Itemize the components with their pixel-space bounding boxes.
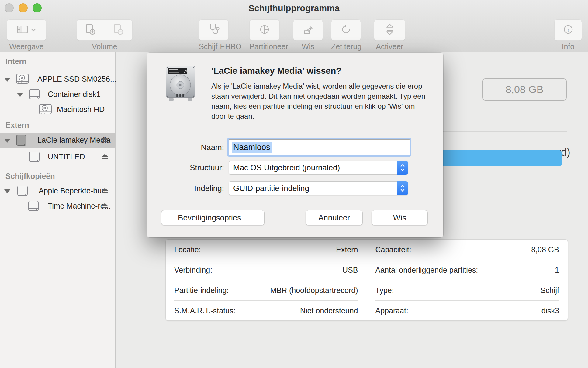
eject-icon[interactable] bbox=[102, 203, 108, 210]
name-field-label: Naam: bbox=[159, 143, 224, 152]
restore-arrow-icon bbox=[341, 25, 351, 36]
disk-info-panel: Locatie: Extern Verbinding: USB Partitie… bbox=[165, 239, 568, 321]
capacity-badge: 8,08 GB bbox=[482, 78, 567, 101]
volume-icon bbox=[28, 89, 40, 101]
scheme-field-row: Indeling: GUID-partitie-indeling bbox=[159, 181, 408, 195]
divider bbox=[443, 131, 567, 132]
info-label: Apparaat: bbox=[375, 306, 408, 315]
sidebar-section-external: Extern bbox=[5, 121, 29, 130]
info-label: Partitie-indeling: bbox=[174, 286, 229, 295]
dialog-title: 'LaCie iamakey Media' wissen? bbox=[211, 66, 341, 76]
scheme-field-label: Indeling: bbox=[159, 184, 224, 193]
restore-button[interactable] bbox=[331, 19, 361, 41]
partition-button[interactable] bbox=[249, 19, 280, 41]
disk-utility-window: Schijfhulpprogramma Weergave bbox=[0, 0, 588, 368]
disclosure-triangle-icon[interactable] bbox=[4, 139, 10, 143]
sidebar-item-apple-beperkte[interactable]: Apple Beperkte-bun... bbox=[0, 184, 115, 199]
erase-label: Wis bbox=[293, 42, 323, 51]
sidebar: Intern APPLE SSD SM0256... Container dis… bbox=[0, 52, 116, 368]
chevron-down-icon bbox=[31, 27, 36, 33]
erase-dialog: 'LaCie iamakey Media' wissen? Als je 'La… bbox=[147, 53, 443, 237]
popup-stepper-icon bbox=[397, 161, 408, 175]
info-row-device: Apparaat: disk3 bbox=[375, 301, 559, 321]
format-selected-value: Mac OS Uitgebreid (journaled) bbox=[233, 163, 340, 172]
info-icon: i bbox=[563, 25, 573, 36]
first-aid-button[interactable] bbox=[199, 19, 229, 41]
sidebar-section-internal: Intern bbox=[5, 57, 26, 66]
info-value: Extern bbox=[336, 245, 358, 254]
add-volume-button[interactable] bbox=[77, 20, 105, 40]
info-value: USB bbox=[342, 266, 358, 274]
eject-icon[interactable] bbox=[102, 188, 108, 194]
external-disk-icon bbox=[15, 135, 27, 148]
divider bbox=[443, 216, 568, 216]
restore-label: Zet terug bbox=[331, 42, 361, 51]
remove-volume-icon bbox=[113, 24, 124, 36]
partition-icon bbox=[260, 25, 269, 36]
sidebar-item-macintosh-hd[interactable]: Macintosh HD bbox=[0, 102, 115, 118]
mount-button[interactable] bbox=[374, 19, 405, 41]
popup-stepper-icon bbox=[397, 181, 408, 195]
name-field-row: Naam: Naamloos bbox=[159, 139, 410, 155]
sidebar-item-untitled[interactable]: UNTITLED bbox=[0, 150, 115, 165]
sidebar-view-icon bbox=[17, 26, 28, 35]
view-label: Weergave bbox=[7, 42, 46, 51]
info-label: Info bbox=[554, 42, 582, 51]
info-value: Schijf bbox=[541, 286, 559, 295]
info-label: Locatie: bbox=[174, 245, 201, 254]
sidebar-item-label: Macintosh HD bbox=[57, 105, 105, 114]
format-field-row: Structuur: Mac OS Uitgebreid (journaled) bbox=[159, 161, 408, 175]
mount-icon bbox=[386, 24, 394, 36]
sidebar-item-label: LaCie iamakey Media bbox=[37, 136, 110, 145]
info-value: Niet ondersteund bbox=[300, 306, 358, 315]
info-row-partition-map: Partitie-indeling: MBR (hoofdopstartreco… bbox=[174, 280, 358, 301]
sidebar-section-disk-images: Schijfkopieën bbox=[5, 172, 55, 181]
info-label: Verbinding: bbox=[174, 266, 212, 274]
info-row-location: Locatie: Extern bbox=[174, 240, 358, 260]
info-row-child-count: Aantal onderliggende partities: 1 bbox=[375, 260, 559, 280]
volume-label: Volume bbox=[77, 42, 133, 51]
sidebar-item-label: APPLE SSD SM0256... bbox=[37, 75, 116, 83]
disclosure-triangle-icon[interactable] bbox=[17, 93, 23, 97]
erase-pencil-icon bbox=[303, 25, 313, 36]
info-value: MBR (hoofdopstartrecord) bbox=[270, 286, 358, 295]
volume-segmented-control bbox=[77, 19, 133, 41]
sidebar-item-lacie-iamakey[interactable]: LaCie iamakey Media bbox=[0, 133, 115, 148]
sidebar-item-container-disk1[interactable]: Container disk1 bbox=[0, 87, 115, 102]
info-value: disk3 bbox=[541, 306, 559, 315]
info-row-capacity: Capaciteit: 8,08 GB bbox=[375, 240, 559, 260]
info-value: 1 bbox=[555, 266, 559, 274]
window-chrome: Schijfhulpprogramma Weergave bbox=[0, 0, 588, 52]
eject-icon[interactable] bbox=[102, 137, 108, 143]
info-row-connection: Verbinding: USB bbox=[174, 260, 358, 280]
info-row-smart-status: S.M.A.R.T.-status: Niet ondersteund bbox=[174, 301, 358, 321]
svg-text:i: i bbox=[567, 26, 569, 33]
dialog-message: Als je 'LaCie iamakey Media' wist, worde… bbox=[211, 81, 427, 121]
name-input[interactable]: Naamloos bbox=[229, 139, 410, 155]
remove-volume-button[interactable] bbox=[105, 20, 133, 40]
internal-disk-icon bbox=[39, 104, 52, 117]
add-volume-icon bbox=[85, 24, 96, 36]
erase-confirm-button[interactable]: Wis bbox=[372, 210, 428, 225]
cancel-button[interactable]: Annuleer bbox=[306, 210, 363, 225]
first-aid-label: Schijf-EHBO bbox=[199, 42, 229, 51]
erase-button[interactable] bbox=[293, 19, 323, 41]
sidebar-item-apple-ssd[interactable]: APPLE SSD SM0256... bbox=[0, 72, 115, 87]
sidebar-item-time-machine[interactable]: Time Machine-re... bbox=[0, 199, 115, 214]
info-label: Type: bbox=[375, 286, 394, 295]
format-select[interactable]: Mac OS Uitgebreid (journaled) bbox=[229, 161, 408, 175]
mount-label: Activeer bbox=[374, 42, 405, 51]
disk-info-right-column: Capaciteit: 8,08 GB Aantal onderliggende… bbox=[367, 240, 568, 320]
eject-icon[interactable] bbox=[102, 154, 108, 160]
scheme-select[interactable]: GUID-partitie-indeling bbox=[229, 181, 408, 195]
security-options-button[interactable]: Beveiligingsopties... bbox=[161, 210, 265, 225]
disk-image-icon bbox=[16, 185, 29, 198]
view-button[interactable] bbox=[7, 19, 46, 41]
partition-label: Partitioneer bbox=[249, 42, 280, 51]
info-label: Capaciteit: bbox=[375, 245, 411, 254]
info-button[interactable]: i bbox=[554, 19, 582, 41]
disk-image-icon bbox=[27, 200, 40, 213]
info-value: 8,08 GB bbox=[531, 245, 559, 254]
disclosure-triangle-icon[interactable] bbox=[4, 78, 10, 82]
disclosure-triangle-icon[interactable] bbox=[4, 189, 10, 193]
